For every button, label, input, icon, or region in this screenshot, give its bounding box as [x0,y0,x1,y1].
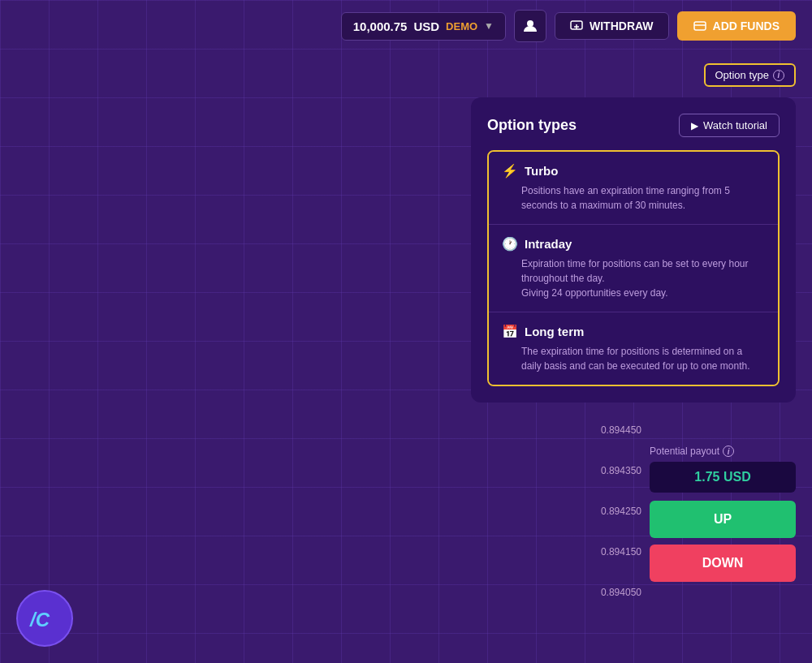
turbo-icon: ⚡ [502,163,518,179]
withdraw-label: WITHDRAW [590,19,654,32]
chevron-down-icon: ▼ [484,20,494,32]
right-panel: Potential payout i 1.75 USD UP DOWN [650,446,796,582]
logo: /C [16,590,73,647]
watch-tutorial-button[interactable]: ▶ Watch tutorial [679,114,780,137]
price-label-4: 0.894050 [601,587,641,598]
intraday-name: Intraday [525,237,572,251]
balance-currency: USD [413,19,439,33]
price-label-3: 0.894150 [601,546,641,558]
price-labels: 0.894450 0.894350 0.894250 0.894150 0.89… [601,424,641,598]
up-button[interactable]: UP [650,501,796,538]
add-funds-label: ADD FUNDS [713,19,780,32]
longterm-name: Long term [525,325,584,338]
info-icon: i [773,70,784,81]
intraday-description: Expiration time for positions can be set… [502,256,765,300]
payout-info-icon: i [723,446,734,457]
options-list: ⚡ Turbo Positions have an expiration tim… [487,150,780,386]
account-type-badge: DEMO [446,20,477,32]
turbo-header: ⚡ Turbo [502,163,765,179]
panel-title: Option types [487,117,577,134]
option-item-turbo[interactable]: ⚡ Turbo Positions have an expiration tim… [489,152,778,225]
withdraw-button[interactable]: WITHDRAW [555,12,669,40]
longterm-icon: 📅 [502,324,518,339]
withdraw-icon [570,19,583,32]
option-item-intraday[interactable]: 🕐 Intraday Expiration time for positions… [489,225,778,312]
down-label: DOWN [702,556,744,570]
add-funds-icon [693,19,706,32]
logo-icon: /C [27,601,63,636]
down-button[interactable]: DOWN [650,545,796,582]
header: 10,000.75 USD DEMO ▼ WITHDRAW ADD FUNDS [0,0,812,52]
intraday-icon: 🕐 [502,236,518,252]
price-label-0: 0.894450 [601,424,641,436]
option-type-label-text: Option type [715,69,770,81]
longterm-description: The expiration time for positions is det… [502,344,765,373]
watch-tutorial-label: Watch tutorial [703,119,767,131]
payout-value: 1.75 USD [650,462,796,493]
turbo-name: Turbo [525,164,558,178]
option-type-button[interactable]: Option type i [704,63,797,87]
svg-rect-2 [694,22,706,30]
option-types-panel: Option types ▶ Watch tutorial ⚡ Turbo Po… [471,97,796,403]
price-label-1: 0.894350 [601,465,641,476]
svg-point-0 [527,20,533,27]
turbo-description: Positions have an expiration time rangin… [502,183,765,213]
payout-label: Potential payout i [650,446,796,457]
balance-dropdown[interactable]: 10,000.75 USD DEMO ▼ [341,12,506,41]
up-label: UP [714,512,732,526]
longterm-header: 📅 Long term [502,324,765,339]
play-icon: ▶ [691,120,698,131]
add-funds-button[interactable]: ADD FUNDS [677,11,796,41]
user-icon [522,18,538,34]
price-label-2: 0.894250 [601,506,641,517]
payout-label-text: Potential payout [650,446,719,457]
user-button[interactable] [514,10,546,42]
balance-amount: 10,000.75 [353,19,408,33]
panel-header: Option types ▶ Watch tutorial [487,114,780,137]
option-item-longterm[interactable]: 📅 Long term The expiration time for posi… [489,312,778,385]
intraday-header: 🕐 Intraday [502,236,765,252]
svg-text:/C: /C [29,609,50,631]
